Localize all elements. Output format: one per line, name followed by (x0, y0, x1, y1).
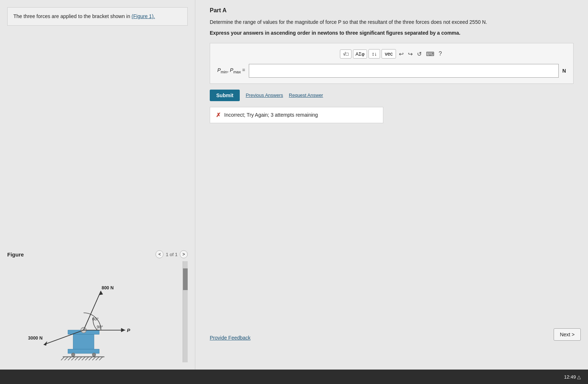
submit-button[interactable]: Submit (210, 90, 240, 101)
svg-rect-3 (68, 349, 99, 354)
time-display: 12:49 △ (564, 374, 581, 380)
figure-header: Figure < 1 of 1 > (7, 250, 188, 258)
scroll-thumb (183, 268, 188, 290)
symbols-btn[interactable]: AΣφ (353, 49, 367, 59)
figure-diagram: 3000 N 800 N P 90° 60° (7, 261, 188, 362)
figure-label: Figure (7, 251, 24, 258)
figure-nav-text: 1 of 1 (166, 252, 178, 257)
answer-row: Pmin, Pmax = N (217, 64, 566, 78)
vec-btn[interactable]: vec (382, 49, 396, 59)
figure-nav: < 1 of 1 > (155, 250, 188, 258)
error-box: ✗ Incorrect; Try Again; 3 attempts remai… (210, 107, 383, 123)
question-text: Determine the range of values for the ma… (210, 18, 574, 26)
math-btn[interactable]: √□ (340, 49, 351, 59)
question-instruction: Express your answers in ascending order … (210, 29, 574, 37)
undo-btn[interactable]: ↩ (397, 49, 405, 59)
error-icon: ✗ (216, 112, 221, 118)
left-panel: The three forces are applied to the brac… (0, 0, 195, 370)
taskbar: 12:49 △ (0, 370, 588, 384)
svg-point-18 (92, 353, 96, 357)
request-answer-link[interactable]: Request Answer (289, 92, 323, 98)
help-btn[interactable]: ? (437, 49, 443, 59)
arrows-btn[interactable]: ↕↓ (368, 49, 380, 59)
keyboard-btn[interactable]: ⌨ (425, 49, 436, 59)
problem-description: The three forces are applied to the brac… (7, 7, 188, 26)
figure-link[interactable]: (Figure 1). (132, 13, 155, 19)
error-text: Incorrect; Try Again; 3 attempts remaini… (224, 112, 318, 118)
svg-text:P: P (127, 328, 130, 333)
scroll-indicator[interactable] (183, 261, 188, 362)
svg-text:90°: 90° (97, 325, 103, 329)
figure-prev-btn[interactable]: < (155, 250, 163, 258)
figure-next-btn[interactable]: > (180, 250, 188, 258)
toolbar: √□ AΣφ ↕↓ vec ↩ ↪ ↺ (217, 49, 566, 59)
previous-answers-link[interactable]: Previous Answers (246, 92, 283, 98)
figure-area: Figure < 1 of 1 > (7, 250, 188, 362)
next-button[interactable]: Next > (554, 328, 581, 341)
answer-input[interactable] (249, 64, 559, 78)
svg-point-17 (72, 353, 75, 357)
figure-container: 3000 N 800 N P 90° 60° (7, 261, 188, 362)
problem-text: The three forces are applied to the brac… (13, 13, 130, 19)
answer-box: √□ AΣφ ↕↓ vec ↩ ↪ ↺ (210, 43, 574, 84)
right-panel: Part A Determine the range of values for… (195, 0, 588, 370)
redo-btn[interactable]: ↪ (406, 49, 414, 59)
unit-label: N (562, 68, 566, 74)
svg-rect-0 (7, 263, 188, 361)
provide-feedback-link[interactable]: Provide Feedback (210, 335, 251, 341)
svg-text:800 N: 800 N (102, 285, 114, 290)
submit-row: Submit Previous Answers Request Answer (210, 90, 574, 101)
part-label: Part A (210, 7, 574, 14)
refresh-btn[interactable]: ↺ (416, 49, 423, 59)
svg-text:60°: 60° (92, 317, 98, 321)
svg-text:3000 N: 3000 N (28, 336, 43, 341)
answer-label: Pmin, Pmax = (217, 67, 245, 74)
